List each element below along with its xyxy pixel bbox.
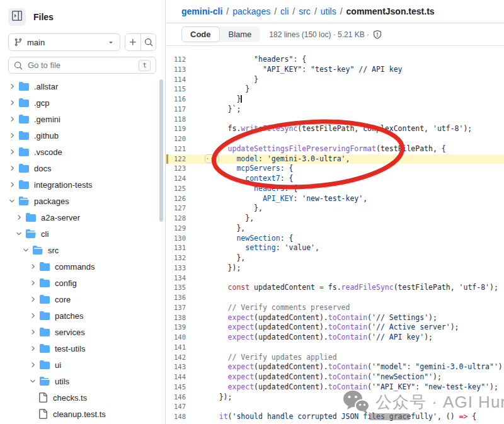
line-number[interactable]: 133 [166, 263, 202, 273]
sidebar-scrollbar[interactable] [159, 79, 163, 222]
line-number[interactable]: 122 [166, 154, 202, 164]
tree-item-.allstar[interactable]: .allstar [0, 78, 165, 95]
line-number[interactable]: 125 [166, 184, 202, 194]
breadcrumb-link-utils[interactable]: utils [321, 6, 336, 16]
add-file-button[interactable] [125, 34, 140, 50]
tree-item-patches[interactable]: patches [0, 307, 165, 324]
line-number[interactable]: 120 [166, 134, 202, 144]
tree-item-.github[interactable]: .github [0, 127, 165, 144]
line-number[interactable]: 131 [166, 243, 202, 253]
folder-open-icon [33, 245, 43, 255]
line-number[interactable]: 130 [166, 234, 202, 244]
tab-code[interactable]: Code [181, 26, 220, 42]
tree-item-test-utils[interactable]: test-utils [0, 340, 165, 357]
breadcrumb-repo-link[interactable]: gemini-cli [181, 6, 222, 16]
folder-icon [19, 163, 29, 173]
line-number[interactable]: 147 [166, 402, 202, 412]
line-number[interactable]: 115 [166, 84, 202, 95]
line-number[interactable]: 121 [166, 144, 202, 154]
tree-item-services[interactable]: services [0, 324, 165, 340]
line-number[interactable]: 123 [166, 164, 202, 174]
go-to-file-input[interactable]: Go to file t [8, 57, 156, 74]
tree-item-ui[interactable]: ui [0, 357, 165, 373]
collapse-sidebar-button[interactable] [8, 8, 26, 26]
tree-item-config[interactable]: config [0, 275, 165, 291]
chevron-down-icon[interactable] [13, 229, 25, 239]
line-number[interactable]: 148 [166, 412, 202, 422]
tree-item-.gemini[interactable]: .gemini [0, 111, 165, 127]
chevron-right-icon[interactable] [6, 180, 18, 190]
code-line-136: 136 [166, 293, 504, 303]
line-number[interactable]: 145 [166, 382, 202, 392]
line-number[interactable]: 112 [166, 55, 202, 65]
line-number[interactable]: 129 [166, 224, 202, 234]
chevron-right-icon[interactable] [27, 343, 38, 353]
tree-item-utils[interactable]: utils [0, 373, 165, 389]
line-number[interactable]: 135 [166, 283, 202, 293]
chevron-right-icon[interactable] [27, 360, 38, 370]
chevron-right-icon[interactable] [27, 327, 38, 337]
line-number[interactable]: 138 [166, 313, 202, 323]
line-number[interactable]: 124 [166, 174, 202, 184]
line-number[interactable]: 116 [166, 95, 202, 105]
line-number[interactable]: 136 [166, 293, 202, 303]
tree-item-src[interactable]: src [0, 242, 165, 258]
shield-icon[interactable] [373, 30, 382, 39]
line-number[interactable]: 114 [166, 75, 202, 85]
line-number[interactable]: 128 [166, 214, 202, 224]
tree-item-checks.ts[interactable]: checks.ts [0, 389, 165, 406]
line-actions-button[interactable]: ··· [205, 154, 219, 163]
chevron-right-icon[interactable] [6, 81, 18, 91]
line-number[interactable]: 118 [166, 115, 202, 125]
tree-item-packages[interactable]: packages [0, 193, 165, 209]
line-number[interactable]: 146 [166, 392, 202, 403]
line-number[interactable]: 139 [166, 323, 202, 333]
tree-item-integration-tests[interactable]: integration-tests [0, 176, 165, 193]
line-number[interactable]: 140 [166, 333, 202, 343]
tree-item-label: src [48, 246, 59, 255]
line-number[interactable]: 141 [166, 343, 202, 353]
tree-item-.gcp[interactable]: .gcp [0, 95, 165, 111]
code-line-133: 133 }); [166, 263, 504, 273]
tree-item-cli[interactable]: cli [0, 226, 165, 242]
chevron-right-icon[interactable] [13, 212, 25, 222]
line-number[interactable]: 137 [166, 303, 202, 313]
line-number[interactable]: 113 [166, 65, 202, 75]
tree-item-commands[interactable]: commands [0, 258, 165, 275]
tree-item-a2a-server[interactable]: a2a-server [0, 209, 165, 226]
chevron-down-icon[interactable] [27, 376, 38, 386]
line-number[interactable]: 144 [166, 372, 202, 382]
line-number[interactable]: 119 [166, 124, 202, 134]
tab-blame[interactable]: Blame [220, 26, 261, 42]
chevron-right-icon[interactable] [27, 278, 38, 288]
branch-selector[interactable]: main [8, 33, 120, 51]
chevron-right-icon[interactable] [6, 130, 18, 140]
chevron-right-icon[interactable] [6, 114, 18, 124]
code-line-124: 124 context7: { [166, 174, 504, 184]
line-number[interactable]: 117 [166, 105, 202, 115]
chevron-right-icon[interactable] [6, 163, 18, 173]
chevron-down-icon[interactable] [20, 245, 32, 255]
tree-item-cleanup.test.ts[interactable]: cleanup.test.ts [0, 406, 165, 422]
line-number[interactable]: 142 [166, 353, 202, 363]
search-tree-button[interactable] [140, 34, 156, 50]
tree-item-.vscode[interactable]: .vscode [0, 144, 165, 160]
breadcrumb-link-packages[interactable]: packages [232, 6, 270, 16]
line-number[interactable]: 126 [166, 194, 202, 204]
line-number[interactable]: 143 [166, 362, 202, 372]
tree-item-docs[interactable]: docs [0, 160, 165, 176]
line-number[interactable]: 127 [166, 203, 202, 214]
tree-item-core[interactable]: core [0, 291, 165, 307]
chevron-down-icon[interactable] [6, 196, 18, 206]
breadcrumb-link-cli[interactable]: cli [280, 6, 289, 16]
chevron-right-icon[interactable] [27, 294, 38, 304]
chevron-right-icon[interactable] [27, 261, 38, 272]
chevron-right-icon[interactable] [6, 98, 18, 108]
breadcrumb-link-src[interactable]: src [299, 6, 311, 16]
code-line-132: 132 }, [166, 253, 504, 263]
chevron-right-icon[interactable] [6, 147, 18, 157]
chevron-right-icon[interactable] [27, 311, 38, 321]
line-number[interactable]: 132 [166, 253, 202, 263]
tree-item-label: .allstar [34, 82, 58, 91]
line-number[interactable]: 134 [166, 273, 202, 284]
